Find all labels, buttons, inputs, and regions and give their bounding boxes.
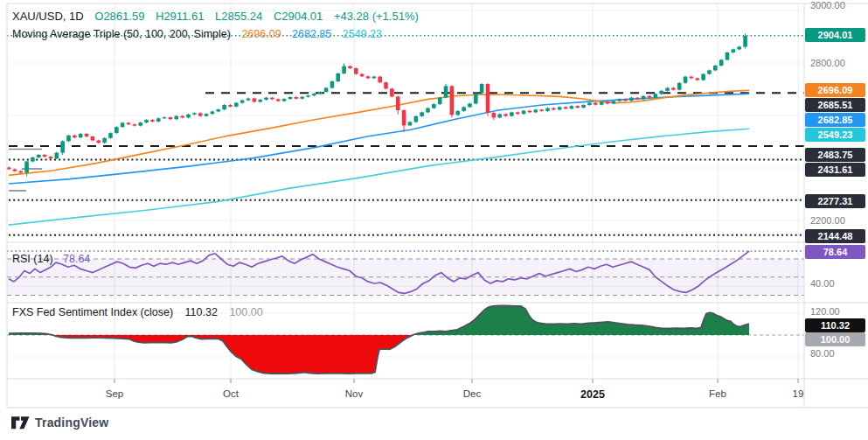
price-axis-label: 80.00 — [810, 348, 835, 359]
ohlc-open: O2861.59 — [94, 10, 144, 23]
change-value: +43.28 (+1.51%) — [334, 10, 419, 23]
ma-legend[interactable]: Moving Average Triple (50, 100, 200, Sim… — [12, 28, 382, 40]
ohlc-low: L2855.24 — [215, 10, 262, 23]
ma50-value: 2696.09 — [241, 28, 281, 40]
price-badge: 2483.75 — [805, 148, 865, 162]
time-axis-label: 2025 — [580, 388, 605, 401]
price-badge: 2549.23 — [805, 128, 865, 142]
tradingview-logo-text: TradingView — [35, 416, 108, 430]
ma-title: Moving Average Triple (50, 100, 200, Sim… — [12, 28, 231, 40]
sentiment-baseline-value: 100.00 — [229, 306, 262, 318]
symbol-legend[interactable]: XAU/USD, 1D O2861.59 H2911.61 L2855.24 C… — [12, 10, 419, 23]
ma200-value: 2549.23 — [343, 28, 382, 40]
tradingview-logo[interactable]: TradingView — [11, 416, 108, 430]
time-axis-label: Sep — [106, 388, 123, 399]
time-axis-label: 19 — [793, 388, 804, 399]
price-badge: 110.32 — [805, 318, 865, 332]
rsi-value: 78.64 — [63, 253, 90, 265]
ma100-value: 2682.85 — [292, 28, 331, 40]
price-badge: 2904.01 — [805, 28, 865, 42]
price-badge: 78.64 — [805, 245, 865, 259]
price-axis-label: 2200.00 — [810, 215, 845, 226]
price-axis-label: 2800.00 — [810, 58, 845, 68]
price-axis-label: 3000.00 — [810, 0, 845, 10]
time-axis-label: Oct — [223, 388, 239, 399]
time-axis-label: Nov — [345, 388, 363, 399]
price-badge: 2696.09 — [805, 83, 865, 97]
sentiment-legend[interactable]: FXS Fed Sentiment Index (close) 110.32 1… — [12, 306, 263, 318]
rsi-title: RSI (14) — [12, 253, 53, 265]
price-axis-label: 40.00 — [810, 278, 835, 289]
time-axis-label: Dec — [463, 388, 481, 399]
sentiment-value: 110.32 — [185, 306, 218, 318]
price-badge: 100.00 — [805, 332, 865, 346]
price-badge: 2682.85 — [805, 113, 865, 127]
symbol-title: XAU/USD, 1D — [12, 10, 84, 23]
price-badge: 2431.61 — [805, 163, 865, 177]
tradingview-logo-icon — [11, 416, 30, 430]
tradingview-chart-widget: XAU/USD, 1D O2861.59 H2911.61 L2855.24 C… — [0, 0, 868, 440]
price-chart-canvas[interactable] — [0, 0, 868, 440]
time-axis-label: Feb — [709, 388, 726, 399]
ohlc-high: H2911.61 — [156, 10, 204, 23]
sentiment-title: FXS Fed Sentiment Index (close) — [12, 306, 173, 318]
rsi-legend[interactable]: RSI (14) 78.64 — [12, 253, 90, 265]
price-badge: 2144.48 — [805, 229, 865, 243]
price-badge: 2277.31 — [805, 194, 865, 208]
price-axis-label: 120.00 — [810, 306, 840, 317]
ohlc-close: C2904.01 — [274, 10, 323, 23]
price-badge: 2685.51 — [805, 98, 865, 112]
